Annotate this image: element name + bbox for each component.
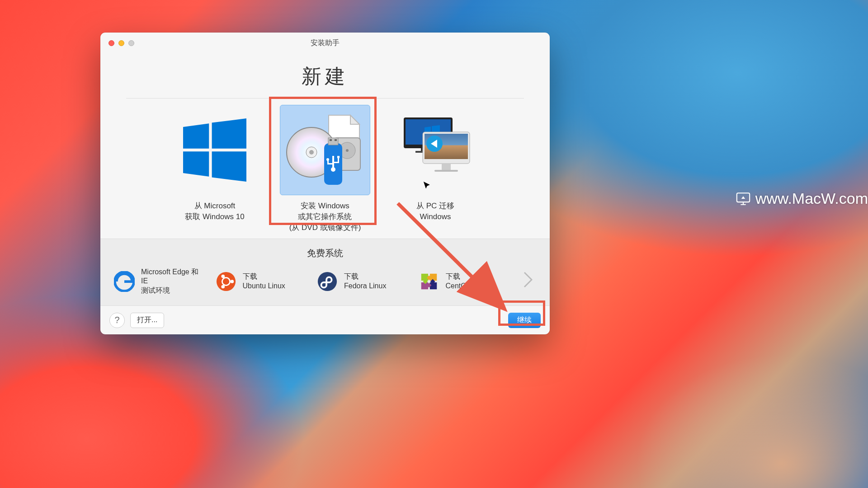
- option-label: 从 PC 迁移: [416, 201, 454, 211]
- option-label: (从 DVD 或镜像文件): [289, 222, 361, 233]
- svg-rect-25: [442, 164, 451, 170]
- watermark: www.MacW.com: [736, 190, 868, 207]
- svg-rect-37: [421, 282, 428, 289]
- svg-rect-38: [429, 282, 436, 289]
- svg-point-6: [309, 150, 314, 155]
- free-item-ubuntu[interactable]: 下载 Ubuntu Linux: [216, 271, 309, 292]
- free-item-label: Ubuntu Linux: [243, 282, 285, 291]
- free-systems-title: 免费系统: [114, 247, 536, 259]
- chevron-right-icon: [524, 272, 533, 288]
- install-options: 从 Microsoft 获取 Windows 10: [165, 105, 485, 233]
- svg-rect-9: [330, 139, 332, 141]
- next-page-button[interactable]: [520, 271, 536, 292]
- free-item-centos[interactable]: 下载 CentOS Linux: [419, 271, 512, 292]
- free-item-label: Fedora Linux: [344, 282, 386, 291]
- window-title: 安装助手: [100, 38, 550, 48]
- free-item-fedora[interactable]: 下载 Fedora Linux: [317, 271, 410, 292]
- svg-rect-15: [327, 163, 333, 164]
- svg-rect-10: [335, 139, 337, 141]
- pc-transfer-icon: [399, 114, 472, 186]
- free-item-label: Microsoft Edge 和 IE: [141, 267, 208, 286]
- main-content: 新建 从 Microsoft 获取 Windows 10: [100, 53, 550, 239]
- svg-rect-36: [429, 274, 436, 281]
- svg-point-33: [221, 285, 225, 288]
- edge-icon: [114, 271, 135, 292]
- open-button[interactable]: 打开...: [130, 313, 164, 328]
- fedora-icon: [317, 271, 338, 292]
- page-heading: 新建: [302, 63, 349, 90]
- free-systems-section: 免费系统 Microsoft Edge 和 IE 测试环境 下载 Ubuntu …: [100, 239, 550, 305]
- option-label: 从 Microsoft: [185, 201, 244, 211]
- option-label: Windows: [416, 211, 454, 222]
- free-item-label: CentOS Linux: [446, 282, 491, 291]
- free-item-label: 下载: [243, 272, 285, 282]
- ubuntu-icon: [216, 271, 236, 292]
- option-migrate-from-pc[interactable]: 从 PC 迁移 Windows: [386, 105, 485, 222]
- divider: [126, 98, 524, 99]
- monitor-icon: [736, 191, 751, 206]
- titlebar: 安装助手: [100, 33, 550, 53]
- help-button[interactable]: ?: [109, 313, 125, 328]
- disc-usb-file-icon: [284, 112, 366, 188]
- svg-rect-35: [421, 274, 428, 281]
- svg-rect-18: [333, 162, 339, 163]
- svg-point-31: [230, 280, 234, 283]
- option-label: 获取 Windows 10: [185, 211, 244, 222]
- option-label: 或其它操作系统: [289, 211, 361, 222]
- option-label: 安装 Windows: [289, 201, 361, 211]
- free-item-edge-ie[interactable]: Microsoft Edge 和 IE 测试环境: [114, 267, 208, 296]
- option-install-from-dvd-image[interactable]: 安装 Windows 或其它操作系统 (从 DVD 或镜像文件): [275, 105, 375, 233]
- svg-rect-26: [434, 170, 458, 172]
- free-item-label: 下载: [344, 272, 386, 282]
- svg-rect-8: [328, 138, 338, 145]
- windows-logo-icon: [183, 118, 246, 182]
- continue-button[interactable]: 继续: [508, 313, 541, 328]
- svg-point-3: [346, 149, 349, 152]
- free-item-label: 测试环境: [141, 286, 208, 296]
- centos-icon: [419, 271, 439, 292]
- svg-point-32: [221, 274, 225, 278]
- free-item-label: 下载: [446, 272, 491, 282]
- footer: ? 打开... 继续: [100, 305, 550, 334]
- installation-assistant-window: 安装助手 新建 从 Microsoft 获取 Windows 10: [100, 33, 550, 334]
- option-get-windows-10[interactable]: 从 Microsoft 获取 Windows 10: [165, 105, 264, 222]
